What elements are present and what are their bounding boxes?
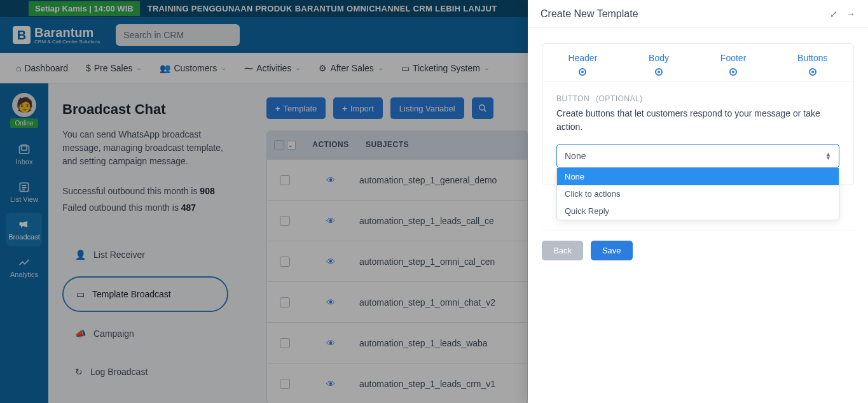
brand-logo[interactable]: B Barantum CRM & Call Center Solutions xyxy=(13,26,100,45)
home-icon: ⌂ xyxy=(16,63,21,73)
search-button[interactable] xyxy=(472,97,493,119)
sidebar-item-label: Broadcast xyxy=(8,233,40,241)
card-icon: ▭ xyxy=(76,289,85,299)
sidebar-item-broadcast[interactable]: Broadcast xyxy=(6,213,42,246)
users-icon: 👤 xyxy=(75,250,86,260)
row-checkbox[interactable] xyxy=(267,257,302,267)
nav-label: Dashboard xyxy=(24,63,68,73)
toolbar: +Template +Import Listing Variabel xyxy=(266,97,528,119)
save-button[interactable]: Save xyxy=(591,241,633,260)
nav-activities[interactable]: ⁓ Activities ⌄ xyxy=(244,63,301,73)
menu-item-template-broadcast[interactable]: ▭ Template Broadcast xyxy=(62,276,228,312)
table-row: 👁 automation_step_1_general_demo xyxy=(267,159,527,200)
row-checkbox[interactable] xyxy=(267,216,302,226)
step-buttons[interactable]: Buttons xyxy=(797,53,827,76)
broadcast-table: ⌄ ACTIONS SUBJECTS 👁 automation_step_1_g… xyxy=(266,131,528,403)
row-view-action[interactable]: 👁 xyxy=(302,216,359,226)
row-checkbox[interactable] xyxy=(267,175,302,185)
table-row: 👁 automation_step_1_leads_waba xyxy=(267,322,527,363)
row-view-action[interactable]: 👁 xyxy=(302,257,359,267)
stat-failed-label: Failed outbound this month is xyxy=(62,202,181,213)
row-subject: automation_step_1_leads_call_ce xyxy=(359,216,527,226)
page-title: Broadcast Chat xyxy=(62,101,228,118)
nav-dashboard[interactable]: ⌂ Dashboard xyxy=(16,63,68,73)
dropdown-option-click-to-actions[interactable]: Click to actions xyxy=(557,185,839,202)
sidebar-item-listview[interactable]: List View xyxy=(6,175,42,209)
section-description: Create buttons that let customers respon… xyxy=(556,107,839,134)
stat-failed: Failed outbound this month is 487 xyxy=(62,202,228,213)
section-optional-text: (OPTIONAL) xyxy=(596,94,643,103)
back-button[interactable]: Back xyxy=(542,241,583,260)
eye-icon: 👁 xyxy=(326,338,335,348)
chevron-down-icon: ⌄ xyxy=(221,64,226,72)
menu-item-campaign[interactable]: 📣 Campaign xyxy=(62,317,228,350)
list-icon xyxy=(18,181,31,194)
import-button[interactable]: +Import xyxy=(333,97,382,119)
close-arrow-icon[interactable]: → xyxy=(846,9,855,19)
menu-item-label: List Receiver xyxy=(93,250,145,260)
template-button[interactable]: +Template xyxy=(266,97,326,119)
sidebar-item-analytics[interactable]: Analytics xyxy=(6,250,42,284)
sidebar-item-inbox[interactable]: Inbox xyxy=(6,138,42,171)
step-label: Buttons xyxy=(797,53,827,63)
folder-icon: ▭ xyxy=(401,63,410,73)
table-row: 👁 automation_step_1_omni_cal_cen xyxy=(267,241,527,281)
menu-item-log-broadcast[interactable]: ↻ Log Broadcast xyxy=(62,355,228,388)
menu-item-label: Campaign xyxy=(93,329,134,339)
row-view-action[interactable]: 👁 xyxy=(302,338,359,348)
chevron-down-icon[interactable]: ⌄ xyxy=(287,141,296,150)
create-template-drawer: Create New Template ⤢ → Header Body Foot… xyxy=(528,0,868,403)
nav-ticketing[interactable]: ▭ Ticketing System ⌄ xyxy=(401,63,490,73)
table-row: 👁 automation_step_1_omni_chat_v2 xyxy=(267,281,527,322)
content-menu: 👤 List Receiver ▭ Template Broadcast 📣 C… xyxy=(62,238,228,388)
step-header[interactable]: Header xyxy=(568,53,597,76)
chevron-down-icon: ⌄ xyxy=(295,64,301,72)
banner-badge: Setiap Kamis | 14:00 WIB xyxy=(29,1,140,16)
drawer-footer: Back Save xyxy=(542,230,854,260)
step-label: Header xyxy=(568,53,597,63)
stat-success-count: 908 xyxy=(200,186,214,196)
expand-icon[interactable]: ⤢ xyxy=(830,9,837,19)
row-view-action[interactable]: 👁 xyxy=(302,297,359,308)
th-checkbox[interactable]: ⌄ xyxy=(267,131,302,159)
nav-customers[interactable]: 👥 Customers ⌄ xyxy=(160,63,226,73)
select-box[interactable]: None ▲▼ xyxy=(556,144,839,168)
drawer-header: Create New Template ⤢ → xyxy=(528,0,868,28)
step-dot-icon xyxy=(809,68,816,76)
svg-line-7 xyxy=(483,110,486,112)
inbox-icon xyxy=(18,143,31,156)
drawer-title: Create New Template xyxy=(541,8,638,20)
brand-logo-icon: B xyxy=(13,26,31,44)
step-dot-icon xyxy=(579,68,586,76)
row-subject: automation_step_1_omni_chat_v2 xyxy=(359,297,527,308)
row-subject: automation_step_1_omni_cal_cen xyxy=(359,257,527,267)
listing-variabel-button[interactable]: Listing Variabel xyxy=(390,97,464,119)
nav-aftersales[interactable]: ⚙ After Sales ⌄ xyxy=(319,63,383,73)
eye-icon: 👁 xyxy=(326,257,335,267)
plus-icon: + xyxy=(275,104,280,113)
row-view-action[interactable]: 👁 xyxy=(302,379,359,389)
dropdown-option-none[interactable]: None xyxy=(557,168,839,185)
stat-failed-count: 487 xyxy=(181,202,196,213)
page-description: You can send WhatsApp broadcast message,… xyxy=(62,128,228,168)
search-input[interactable]: Search in CRM xyxy=(116,24,240,46)
brand-tagline: CRM & Call Center Solutions xyxy=(34,39,100,45)
nav-label: Activities xyxy=(256,63,291,73)
nav-presales[interactable]: $ Pre Sales ⌄ xyxy=(86,63,142,73)
eye-icon: 👁 xyxy=(326,216,335,226)
table-header: ⌄ ACTIONS SUBJECTS xyxy=(267,131,527,159)
menu-item-list-receiver[interactable]: 👤 List Receiver xyxy=(62,238,228,271)
avatar[interactable]: 🧑 xyxy=(12,93,36,117)
sidebar-item-label: Analytics xyxy=(10,271,38,278)
step-body[interactable]: Body xyxy=(649,53,669,76)
activity-icon: ⁓ xyxy=(244,63,253,73)
dropdown-option-quick-reply[interactable]: Quick Reply xyxy=(557,202,839,220)
step-footer[interactable]: Footer xyxy=(720,53,746,76)
row-subject: automation_step_1_leads_crm_v1 xyxy=(359,379,527,389)
row-view-action[interactable]: 👁 xyxy=(302,175,359,185)
menu-item-label: Template Broadcast xyxy=(92,289,171,299)
section-label: BUTTON (OPTIONAL) xyxy=(556,94,839,103)
row-checkbox[interactable] xyxy=(267,379,302,389)
row-checkbox[interactable] xyxy=(267,338,302,348)
row-checkbox[interactable] xyxy=(267,297,302,308)
